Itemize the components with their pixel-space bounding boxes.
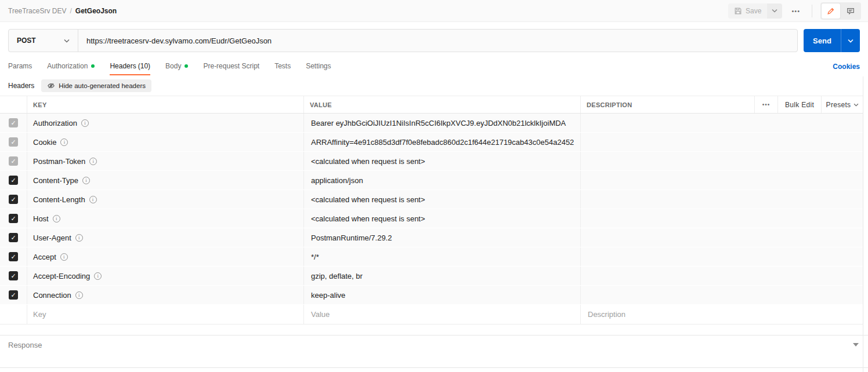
key-cell[interactable]: Postman-Token	[27, 152, 303, 170]
save-button[interactable]: Save	[728, 3, 767, 19]
save-button-group: Save	[728, 3, 782, 19]
cookies-link[interactable]: Cookies	[833, 58, 860, 75]
description-cell[interactable]	[580, 267, 863, 285]
description-cell[interactable]	[580, 228, 863, 247]
checkbox-cell	[0, 114, 27, 132]
more-actions-button[interactable]: •••	[788, 5, 804, 17]
tab-label: Tests	[274, 62, 291, 70]
key-cell[interactable]: Cookie	[27, 133, 303, 151]
breadcrumb-collection[interactable]: TreeTraceSrv DEV	[8, 7, 66, 15]
tab-settings[interactable]: Settings	[306, 58, 331, 75]
info-icon	[75, 291, 83, 299]
description-cell[interactable]	[580, 152, 863, 170]
row-checkbox[interactable]	[9, 233, 18, 242]
value-cell[interactable]: <calculated when request is sent>	[303, 152, 580, 170]
row-checkbox[interactable]	[9, 214, 18, 223]
table-row: Accept-Encoding gzip, deflate, br	[0, 267, 863, 286]
row-checkbox[interactable]	[9, 118, 18, 127]
table-row: Content-Type application/json	[0, 171, 863, 190]
value-cell[interactable]: keep-alive	[303, 286, 580, 304]
url-box: POST https://treetracesrv-dev.sylvamo.co…	[8, 29, 798, 52]
checkbox-column-header	[0, 96, 27, 113]
row-checkbox[interactable]	[9, 290, 18, 300]
presets-label: Presets	[826, 101, 851, 109]
save-options-button[interactable]	[767, 3, 782, 19]
value-cell[interactable]: <calculated when request is sent>	[303, 190, 580, 209]
header-key: Authorization	[33, 119, 77, 127]
row-checkbox[interactable]	[9, 195, 18, 204]
tab-authorization[interactable]: Authorization	[47, 58, 95, 75]
value-cell[interactable]: Bearer eyJhbGciOiJIUzI1NiIsInR5cCI6IkpXV…	[303, 114, 580, 132]
key-cell[interactable]: Authorization	[27, 114, 303, 132]
new-description-input[interactable]: Description	[580, 305, 863, 324]
bulk-edit-button[interactable]: Bulk Edit	[777, 96, 821, 113]
send-button-group: Send	[804, 29, 860, 52]
key-cell[interactable]: Accept	[27, 247, 303, 266]
edit-comment-switch	[820, 2, 861, 20]
checkbox-cell	[0, 247, 27, 266]
description-cell[interactable]	[580, 247, 863, 266]
description-cell[interactable]	[580, 286, 863, 304]
edit-request-button[interactable]	[822, 3, 840, 19]
collapse-response-icon[interactable]	[853, 343, 859, 347]
chevron-down-icon	[848, 39, 853, 43]
key-cell[interactable]: Content-Type	[27, 171, 303, 189]
tab-headers[interactable]: Headers (10)	[110, 58, 150, 75]
green-dot-icon	[91, 64, 95, 68]
key-cell[interactable]: Content-Length	[27, 190, 303, 209]
value-cell[interactable]: PostmanRuntime/7.29.2	[303, 228, 580, 247]
tab-pre-request-script[interactable]: Pre-request Script	[203, 58, 259, 75]
row-checkbox[interactable]	[9, 271, 18, 280]
table-header-row: KEY VALUE DESCRIPTION ••• Bulk Edit Pres…	[0, 96, 863, 114]
new-value-input[interactable]: Value	[303, 305, 580, 324]
send-options-button[interactable]	[841, 29, 860, 52]
tab-body[interactable]: Body	[165, 58, 188, 75]
chevron-down-icon	[853, 103, 859, 107]
value-cell[interactable]: */*	[303, 247, 580, 266]
row-checkbox[interactable]	[9, 156, 18, 166]
headers-table: KEY VALUE DESCRIPTION ••• Bulk Edit Pres…	[0, 96, 863, 324]
row-checkbox[interactable]	[9, 176, 18, 185]
url-input[interactable]: https://treetracesrv-dev.sylvamo.com/Eud…	[78, 30, 797, 52]
row-checkbox[interactable]	[9, 252, 18, 261]
info-icon	[75, 234, 83, 242]
tab-params[interactable]: Params	[8, 58, 32, 75]
key-cell[interactable]: User-Agent	[27, 228, 303, 247]
description-cell[interactable]	[580, 114, 863, 132]
breadcrumb-request-name[interactable]: GetGeoJson	[75, 7, 117, 15]
chevron-down-icon	[64, 39, 70, 43]
new-key-input[interactable]: Key	[27, 305, 303, 324]
row-checkbox[interactable]	[9, 137, 18, 147]
key-cell[interactable]: Accept-Encoding	[27, 267, 303, 285]
hide-autogenerated-toggle[interactable]: Hide auto-generated headers	[41, 79, 151, 92]
send-button[interactable]: Send	[804, 29, 841, 52]
method-selector[interactable]: POST	[9, 30, 78, 52]
presets-dropdown[interactable]: Presets	[821, 96, 863, 113]
header-key: Cookie	[33, 138, 56, 147]
table-more-button[interactable]: •••	[754, 96, 777, 113]
request-tabs: Params Authorization Headers (10) Body P…	[0, 58, 868, 75]
value-cell[interactable]: <calculated when request is sent>	[303, 209, 580, 228]
key-cell[interactable]: Connection	[27, 286, 303, 304]
tab-label: Authorization	[47, 62, 88, 70]
value-cell[interactable]: application/json	[303, 171, 580, 189]
key-cell[interactable]: Host	[27, 209, 303, 228]
response-section: Response	[0, 335, 868, 368]
value-cell[interactable]: ARRAffinity=4e91c885d3df7f0e8febadc860d2…	[303, 133, 580, 151]
content-right-border	[863, 76, 863, 372]
comments-button[interactable]	[841, 3, 860, 19]
table-row: Content-Length <calculated when request …	[0, 190, 863, 209]
tab-label: Headers	[110, 62, 136, 70]
tab-label: Body	[165, 62, 181, 70]
tab-headers-count: (10)	[138, 62, 150, 70]
table-row: Host <calculated when request is sent>	[0, 209, 863, 228]
chevron-down-icon	[772, 9, 777, 13]
value-cell[interactable]: gzip, deflate, br	[303, 267, 580, 285]
description-cell[interactable]	[580, 171, 863, 189]
description-cell[interactable]	[580, 209, 863, 228]
description-cell[interactable]	[580, 190, 863, 209]
tab-tests[interactable]: Tests	[274, 58, 291, 75]
description-cell[interactable]	[580, 133, 863, 151]
checkbox-cell	[0, 152, 27, 170]
table-row: Cookie ARRAffinity=4e91c885d3df7f0e8feba…	[0, 133, 863, 152]
